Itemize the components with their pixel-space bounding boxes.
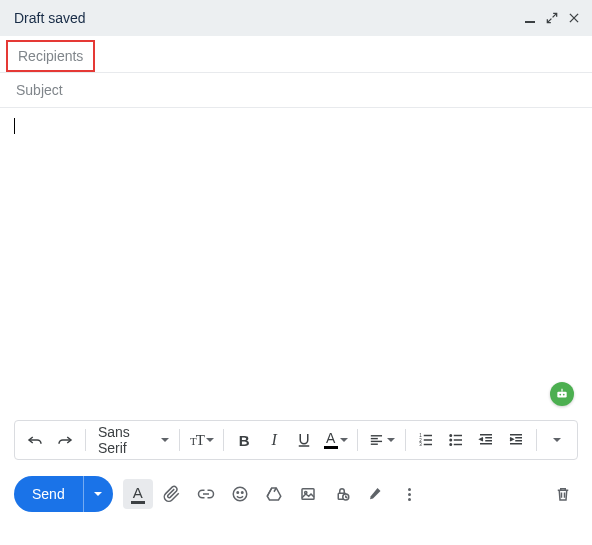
more-options-icon[interactable] — [395, 479, 425, 509]
svg-text:3: 3 — [419, 442, 422, 447]
highlight-annotation: Recipients — [6, 40, 95, 72]
svg-rect-0 — [557, 392, 566, 398]
font-family-select[interactable]: Sans Serif — [92, 424, 174, 456]
header-controls — [522, 10, 582, 26]
formatting-toggle-button[interactable]: A — [123, 479, 153, 509]
compose-header: Draft saved — [0, 0, 592, 36]
confidential-mode-icon[interactable] — [327, 479, 357, 509]
send-options-button[interactable] — [83, 476, 113, 512]
recipients-row[interactable]: Recipients — [0, 36, 592, 73]
chevron-down-icon — [94, 492, 102, 496]
indent-less-button[interactable] — [472, 426, 500, 454]
send-button[interactable]: Send — [14, 476, 83, 512]
toolbar-divider — [179, 429, 180, 451]
attach-file-icon[interactable] — [157, 479, 187, 509]
numbered-list-button[interactable]: 123 — [412, 426, 440, 454]
insert-photo-icon[interactable] — [293, 479, 323, 509]
bold-button[interactable]: B — [230, 426, 258, 454]
toolbar-divider — [536, 429, 537, 451]
close-icon[interactable] — [566, 10, 582, 26]
text-color-button[interactable]: A — [320, 426, 351, 454]
drive-icon[interactable] — [259, 479, 289, 509]
svg-rect-13 — [302, 489, 314, 500]
font-family-label: Sans Serif — [98, 424, 160, 456]
redo-icon[interactable] — [51, 426, 79, 454]
italic-button[interactable]: I — [260, 426, 288, 454]
svg-point-8 — [450, 439, 452, 441]
more-formatting-button[interactable] — [543, 426, 571, 454]
text-cursor — [14, 118, 15, 134]
undo-icon[interactable] — [21, 426, 49, 454]
recipients-placeholder: Recipients — [18, 48, 83, 64]
svg-point-10 — [233, 487, 247, 501]
send-group: Send — [14, 476, 113, 512]
emoji-icon[interactable] — [225, 479, 255, 509]
svg-point-12 — [241, 492, 243, 494]
indent-more-button[interactable] — [502, 426, 530, 454]
fullscreen-icon[interactable] — [544, 10, 560, 26]
subject-input[interactable] — [14, 81, 578, 99]
chevron-down-icon — [206, 438, 214, 442]
message-body[interactable] — [0, 108, 592, 414]
subject-row[interactable] — [0, 73, 592, 108]
toolbar-divider — [357, 429, 358, 451]
svg-point-9 — [450, 444, 452, 446]
svg-point-3 — [563, 394, 565, 396]
chevron-down-icon — [161, 438, 169, 442]
compose-footer: Send A — [0, 466, 592, 526]
assistant-badge-icon[interactable] — [550, 382, 574, 406]
underline-button[interactable] — [290, 426, 318, 454]
font-size-select[interactable]: TT — [186, 426, 217, 454]
toolbar-divider — [223, 429, 224, 451]
svg-point-2 — [559, 394, 561, 396]
svg-point-7 — [450, 435, 452, 437]
align-button[interactable] — [364, 426, 399, 454]
format-toolbar: Sans Serif TT B I A 123 — [14, 420, 578, 460]
minimize-icon[interactable] — [522, 10, 538, 26]
toolbar-divider — [405, 429, 406, 451]
chevron-down-icon — [553, 438, 561, 442]
header-title: Draft saved — [14, 10, 86, 26]
chevron-down-icon — [340, 438, 348, 442]
signature-pen-icon[interactable] — [361, 479, 391, 509]
svg-point-11 — [237, 492, 239, 494]
discard-draft-icon[interactable] — [548, 479, 578, 509]
svg-rect-1 — [561, 389, 562, 392]
insert-link-icon[interactable] — [191, 479, 221, 509]
toolbar-divider — [85, 429, 86, 451]
chevron-down-icon — [387, 438, 395, 442]
bulleted-list-button[interactable] — [442, 426, 470, 454]
